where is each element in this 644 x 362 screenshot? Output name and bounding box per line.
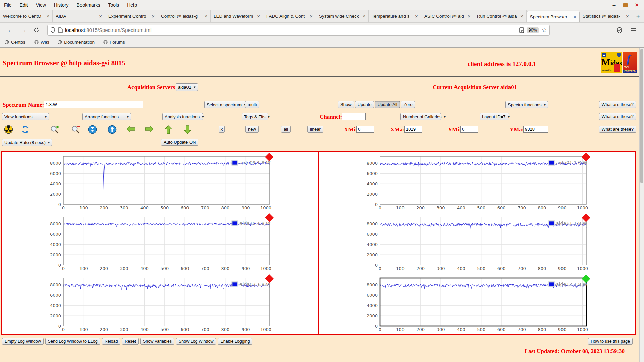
- tab-4[interactable]: Control @ aidas-g×: [158, 10, 211, 22]
- tab-12[interactable]: Statistics @ aidas-×: [580, 10, 632, 22]
- empty-log-window-button[interactable]: Empty Log Window: [2, 338, 44, 345]
- tags-fits-dropdown[interactable]: Tags & Fits: [241, 113, 268, 120]
- tab-close-icon[interactable]: ×: [626, 13, 629, 19]
- tab-9[interactable]: ASIC Control @ aid×: [421, 10, 474, 22]
- tab-close-icon[interactable]: ×: [573, 14, 576, 20]
- channel-input[interactable]: [342, 113, 366, 120]
- tab-close-icon[interactable]: ×: [152, 13, 155, 19]
- tab-11[interactable]: Spectrum Browser×: [527, 11, 580, 22]
- spectrum-cell-aida09[interactable]: 0200040006000800001002003004005006007008…: [2, 152, 319, 212]
- radiation-icon[interactable]: [4, 125, 13, 134]
- spectrum-chart[interactable]: 0200040006000800001002003004005006007008…: [319, 273, 635, 333]
- menu-edit[interactable]: Edit: [16, 2, 32, 8]
- forward-icon[interactable]: →: [17, 26, 30, 34]
- tab-2[interactable]: AIDA×: [53, 10, 105, 22]
- zoom-level-badge[interactable]: 90%: [527, 27, 539, 33]
- update-rate-dropdown[interactable]: Update Rate (8 secs): [2, 139, 52, 146]
- xmin-input[interactable]: [356, 126, 374, 133]
- what-are-these-button-2[interactable]: What are these?: [599, 113, 636, 120]
- tab-7[interactable]: System wide Check×: [316, 10, 369, 22]
- tab-close-icon[interactable]: ×: [415, 13, 418, 19]
- select-spectrum-dropdown[interactable]: Select a spectrum: [204, 101, 248, 108]
- tab-close-icon[interactable]: ×: [204, 13, 207, 19]
- refresh-icon[interactable]: [21, 125, 30, 134]
- show-variables-button[interactable]: Show Variables: [140, 338, 174, 345]
- view-functions-dropdown[interactable]: View functions: [2, 113, 49, 120]
- expand-icon[interactable]: [108, 125, 117, 134]
- tab-close-icon[interactable]: ×: [468, 13, 471, 19]
- arrange-functions-dropdown[interactable]: Arrange functions: [82, 113, 131, 120]
- menu-bookmarks[interactable]: Bookmarks: [72, 2, 104, 8]
- menu-history[interactable]: History: [50, 2, 73, 8]
- tab-close-icon[interactable]: ×: [362, 13, 365, 19]
- spectrum-chart[interactable]: 0200040006000800001002003004005006007008…: [2, 273, 319, 333]
- linear-button[interactable]: linear: [307, 126, 323, 133]
- bookmark-centos[interactable]: Centos: [5, 40, 25, 45]
- back-icon[interactable]: ←: [4, 26, 17, 34]
- minimize-icon[interactable]: –: [612, 3, 616, 7]
- scrollbar[interactable]: [639, 48, 644, 362]
- send-log-window-to-elog-button[interactable]: Send Log Window to ELog: [45, 338, 100, 345]
- multi-button[interactable]: multi: [245, 101, 259, 108]
- tab-10[interactable]: Run Control @ aida×: [474, 10, 527, 22]
- ymax-input[interactable]: [523, 126, 548, 133]
- bookmark-documentation[interactable]: Documentation: [58, 40, 95, 45]
- menu-file[interactable]: File: [0, 2, 16, 8]
- spectrum-cell-aida01[interactable]: 0200040006000800001002003004005006007008…: [319, 152, 635, 212]
- what-are-these-button-3[interactable]: What are these?: [599, 126, 636, 133]
- spectra-functions-dropdown[interactable]: Spectra functions: [505, 101, 548, 108]
- spectrum-cell-aida11[interactable]: 0200040006000800001002003004005006007008…: [319, 212, 635, 273]
- account-shield-icon[interactable]: [616, 27, 622, 33]
- spectrum-cell-aida03[interactable]: 0200040006000800001002003004005006007008…: [2, 273, 319, 334]
- url-bar[interactable]: localhost:8015/Spectrum/Spectrum.tml 90%…: [47, 25, 550, 36]
- tab-close-icon[interactable]: ×: [257, 13, 260, 19]
- tab-1[interactable]: Welcome to CentO×: [0, 10, 53, 22]
- shield-icon[interactable]: [50, 27, 55, 33]
- spectrum-chart[interactable]: 0200040006000800001002003004005006007008…: [319, 212, 635, 272]
- enable-logging-button[interactable]: Enable Logging: [218, 338, 252, 345]
- spectrum-chart[interactable]: 0200040006000800001002003004005006007008…: [319, 152, 635, 211]
- zoom-in-icon[interactable]: [50, 125, 59, 134]
- update-all-button[interactable]: Update All: [375, 101, 400, 108]
- tab-6[interactable]: FADC Align & Cont×: [263, 10, 316, 22]
- tab-close-icon[interactable]: ×: [520, 13, 523, 19]
- bookmark-forums[interactable]: Forums: [103, 40, 125, 45]
- arrow-down-icon[interactable]: [183, 125, 193, 134]
- tab-close-icon[interactable]: ×: [310, 13, 313, 19]
- acquisition-server-select[interactable]: aida01: [176, 83, 198, 91]
- spectrum-cell-aida10[interactable]: 0200040006000800001002003004005006007008…: [2, 212, 319, 273]
- spectrum-chart[interactable]: 0200040006000800001002003004005006007008…: [2, 152, 319, 211]
- menu-help[interactable]: Help: [123, 2, 141, 8]
- new-button[interactable]: new: [245, 126, 259, 133]
- reader-mode-icon[interactable]: [519, 27, 524, 33]
- update-button[interactable]: Update: [355, 101, 374, 108]
- tab-close-icon[interactable]: ×: [46, 13, 49, 19]
- x-button[interactable]: x: [219, 126, 225, 133]
- page-info-icon[interactable]: [58, 27, 63, 33]
- galleries-dropdown[interactable]: Number of Galleries: [400, 113, 441, 120]
- tab-3[interactable]: Experiment Contro×: [105, 10, 158, 22]
- spectrum-name-input[interactable]: [44, 101, 143, 108]
- new-tab-button[interactable]: +: [632, 10, 644, 22]
- auto-update-button[interactable]: Auto Update ON: [161, 139, 198, 146]
- arrow-right-icon[interactable]: [145, 125, 154, 134]
- tab-8[interactable]: Temperature and s×: [369, 10, 421, 22]
- analysis-functions-dropdown[interactable]: Analysis functions: [162, 113, 203, 120]
- show-log-window-button[interactable]: Show Log Window: [176, 338, 216, 345]
- tab-5[interactable]: LED and Waveform×: [211, 10, 263, 22]
- bookmark-star-icon[interactable]: ☆: [542, 26, 547, 34]
- spectrum-chart[interactable]: 0200040006000800001002003004005006007008…: [2, 212, 319, 272]
- scrollbar-thumb[interactable]: [640, 49, 643, 183]
- bookmark-wiki[interactable]: Wiki: [34, 40, 49, 45]
- layout-id-dropdown[interactable]: Layout ID=7: [480, 113, 509, 120]
- what-are-these-button-1[interactable]: What are these?: [599, 101, 636, 108]
- zoom-out-icon[interactable]: [71, 125, 80, 134]
- how-to-use-button[interactable]: How to use this page: [588, 338, 633, 345]
- hamburger-menu-icon[interactable]: [631, 28, 637, 33]
- xmax-input[interactable]: [404, 126, 422, 133]
- menu-view[interactable]: View: [32, 2, 50, 8]
- show-button[interactable]: Show: [338, 101, 354, 108]
- arrow-left-icon[interactable]: [126, 125, 135, 134]
- zero-button[interactable]: Zero: [401, 101, 415, 108]
- collapse-icon[interactable]: [88, 125, 97, 134]
